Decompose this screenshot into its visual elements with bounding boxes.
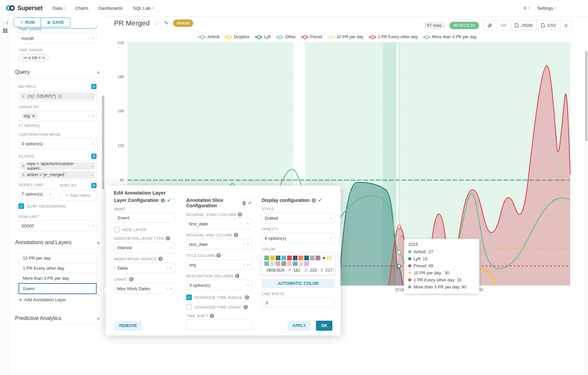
info-icon[interactable]: i xyxy=(216,253,221,258)
nav-charts[interactable]: Charts xyxy=(75,6,89,11)
collapse-panel-icon[interactable]: →| xyxy=(2,19,8,24)
filter-pill[interactable]: × action = 'pr_merged' › xyxy=(20,171,95,178)
description-columns-select[interactable]: 3 option(s)▾ xyxy=(186,280,252,290)
nav-sql-lab[interactable]: SQL Lab▾ xyxy=(133,6,153,11)
dataset-grid-icon[interactable] xyxy=(3,29,7,33)
favorite-star-icon[interactable]: ☆ xyxy=(154,20,159,27)
style-select[interactable]: Dotted▾ xyxy=(262,213,335,223)
color-swatch-selected[interactable] xyxy=(321,256,326,260)
chevron-up-icon[interactable]: ∧ xyxy=(97,240,100,245)
contribution-mode-select[interactable]: 3 option(s) ▾ xyxy=(18,138,97,149)
info-icon[interactable]: i xyxy=(238,212,242,217)
opacity-select[interactable]: 4 option(s)▾ xyxy=(262,233,335,244)
sidebar-scrollbar[interactable] xyxy=(102,96,104,190)
series-limit-select[interactable]: 7 option(s) ▾ xyxy=(18,189,55,199)
info-icon[interactable]: i xyxy=(312,198,316,203)
add-sort-metric-button[interactable]: + xyxy=(91,183,97,188)
chart-menu-button[interactable]: ≡ xyxy=(560,21,572,30)
checkbox-unchecked-icon[interactable] xyxy=(114,227,120,232)
group-by-select[interactable]: org× ×▾ xyxy=(18,111,97,121)
embed-code-button[interactable]: </> xyxy=(496,21,511,30)
color-swatch[interactable] xyxy=(293,256,298,260)
info-icon[interactable]: i xyxy=(166,236,170,240)
annotation-layer-item[interactable]: 10 PR per day xyxy=(18,253,97,263)
name-input[interactable] xyxy=(114,213,175,223)
color-swatch[interactable] xyxy=(299,256,303,260)
color-swatch[interactable] xyxy=(316,256,320,260)
checkbox-checked-icon[interactable]: ✓ xyxy=(18,203,24,209)
clear-icon[interactable]: × xyxy=(166,266,168,270)
nav-data[interactable]: Data▾ xyxy=(53,6,65,11)
hex-value[interactable]: #B5E9D9 xyxy=(266,268,284,273)
info-icon[interactable]: i xyxy=(210,314,214,318)
color-swatch[interactable] xyxy=(281,261,286,266)
time-shift-input[interactable] xyxy=(186,320,252,330)
color-swatch[interactable] xyxy=(276,261,280,266)
time-range-pill[interactable]: -∞ ≤ col < ∞ xyxy=(18,54,49,62)
apply-button[interactable]: APPLY xyxy=(287,321,311,331)
clear-icon[interactable]: × xyxy=(88,114,90,118)
annotation-layer-type-select[interactable]: Interval▾ xyxy=(114,242,175,253)
info-icon[interactable]: i xyxy=(235,274,239,278)
color-swatch[interactable] xyxy=(270,261,275,266)
info-icon[interactable]: i xyxy=(244,305,248,309)
edit-pencil-icon[interactable]: ✎ xyxy=(164,20,168,26)
row-limit-select[interactable]: 50000 ×▾ xyxy=(18,220,97,231)
color-swatch[interactable] xyxy=(276,256,280,260)
add-metric-button[interactable]: + xyxy=(91,84,97,89)
g-value[interactable]: 233 xyxy=(310,268,317,273)
remove-icon[interactable]: × xyxy=(22,172,24,177)
group-by-tag[interactable]: org× xyxy=(21,113,37,119)
annotation-layer-item[interactable]: More than 3 PR per day xyxy=(18,273,97,283)
metric-pill[interactable]: × ƒ(x) COUNT(*) i › xyxy=(20,93,95,100)
checkbox-unchecked-icon[interactable] xyxy=(186,304,192,310)
color-swatch[interactable] xyxy=(264,261,269,266)
remove-icon[interactable]: × xyxy=(32,114,35,118)
line-width-input[interactable] xyxy=(262,298,335,308)
clear-icon[interactable]: × xyxy=(243,263,245,267)
interval-end-select[interactable]: last_date×▾ xyxy=(186,239,252,250)
sort-descending-row[interactable]: ✓ SORT DESCENDING xyxy=(18,203,97,209)
clear-icon[interactable]: × xyxy=(166,286,168,290)
ok-button[interactable]: OK xyxy=(316,321,332,331)
chevron-down-icon[interactable]: ∨ xyxy=(97,316,100,321)
color-swatch[interactable] xyxy=(293,261,298,266)
remove-icon[interactable]: × xyxy=(22,164,24,168)
automatic-color-button[interactable]: AUTOMATIC COLOR xyxy=(262,279,335,288)
info-icon[interactable]: i xyxy=(158,257,163,261)
annotation-source-select[interactable]: Table×▾ xyxy=(114,263,175,273)
info-icon[interactable]: i xyxy=(245,295,249,300)
altered-badge[interactable]: Altered xyxy=(173,19,193,27)
info-icon[interactable]: i xyxy=(129,277,133,281)
chevron-up-icon[interactable]: ∧ xyxy=(97,70,100,74)
color-swatch[interactable] xyxy=(299,261,303,266)
superset-logo[interactable]: Superset xyxy=(5,4,43,12)
time-grain-select[interactable]: month ×▾ xyxy=(18,33,97,44)
expand-chevron-icon[interactable]: › xyxy=(92,94,93,98)
override-time-grain-checkbox-row[interactable]: OVERRIDE TIME GRAINi xyxy=(186,304,252,310)
nav-dashboards[interactable]: Dashboards xyxy=(98,6,123,11)
remove-button[interactable]: REMOVE xyxy=(114,321,142,331)
interval-start-select[interactable]: first_date▾ xyxy=(186,218,252,229)
clear-icon[interactable]: × xyxy=(88,224,90,228)
color-swatch[interactable] xyxy=(304,256,309,260)
color-swatch[interactable] xyxy=(310,256,315,260)
color-swatch[interactable] xyxy=(264,256,269,260)
color-swatch[interactable] xyxy=(327,256,332,260)
checkbox-checked-icon[interactable]: ✓ xyxy=(186,294,192,300)
filter-pill[interactable]: × repo = 'apache/incubator-supers... › xyxy=(20,162,95,170)
new-item-button[interactable]: +▾ xyxy=(523,5,529,11)
page-scrollbar-thumb[interactable] xyxy=(585,51,587,142)
expand-chevron-icon[interactable]: › xyxy=(92,173,93,177)
copy-link-button[interactable] xyxy=(483,21,496,30)
color-swatch[interactable] xyxy=(287,256,292,260)
add-filter-button[interactable]: + xyxy=(91,154,97,159)
expand-chevron-icon[interactable]: › xyxy=(92,164,93,168)
settings-menu[interactable]: Settings▾ xyxy=(537,6,556,11)
add-annotation-layer-button[interactable]: +Add Annotation Layer xyxy=(18,294,97,305)
annotation-layer-item[interactable]: 1 PR Every other day xyxy=(18,263,97,273)
annotation-layer-item-selected[interactable]: Event xyxy=(18,283,97,294)
override-time-range-checkbox-row[interactable]: ✓OVERRIDE TIME RANGEi xyxy=(186,294,252,300)
color-swatch[interactable] xyxy=(270,256,275,260)
sort-by-add-metric[interactable]: +Add metric xyxy=(59,190,97,201)
